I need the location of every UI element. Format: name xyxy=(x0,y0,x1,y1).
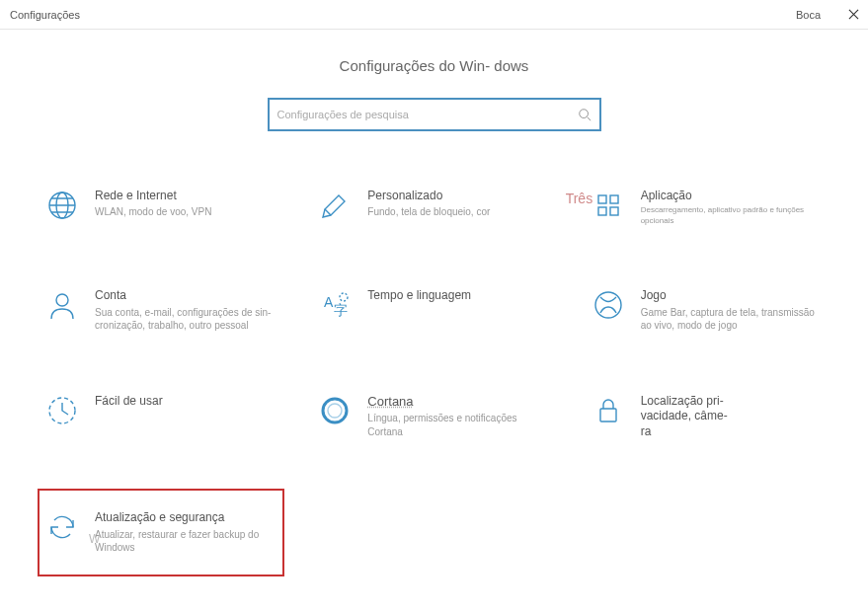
apps-icon xyxy=(592,189,625,222)
tile-title: Aplicação xyxy=(641,189,823,204)
svg-point-10 xyxy=(340,293,348,301)
tile-desc: Descarregamento, aplicativo padrão e fun… xyxy=(641,205,823,227)
svg-point-14 xyxy=(328,404,342,418)
language-icon: A字 xyxy=(318,288,352,322)
tile-update-security[interactable]: W Atualização e segurança Atualizar, res… xyxy=(39,491,282,575)
tile-apps[interactable]: Três Aplicação Descarregamento, aplicati… xyxy=(586,181,829,235)
sync-icon xyxy=(45,510,79,544)
tile-title: Conta xyxy=(95,288,276,304)
lock-icon xyxy=(592,394,625,427)
xbox-icon xyxy=(592,288,625,322)
window-title: Configurações xyxy=(10,9,796,21)
titlebar: Configurações Boca xyxy=(0,0,868,30)
search-icon xyxy=(578,108,592,121)
hero: Configurações do Win- dows xyxy=(0,57,868,76)
globe-icon xyxy=(45,189,79,222)
user-name: Boca xyxy=(796,9,821,21)
tile-desc: Língua, permissões e notificações Cortan… xyxy=(367,412,549,438)
person-icon xyxy=(45,288,79,322)
tile-time-language[interactable]: A字 Tempo e linguagem xyxy=(312,280,555,341)
tile-title: Jogo xyxy=(641,288,823,304)
close-button[interactable] xyxy=(838,0,868,30)
tile-title: Localização pri- vacidade, câme- ra xyxy=(641,394,823,440)
svg-point-13 xyxy=(323,399,347,422)
svg-point-11 xyxy=(595,292,621,318)
tile-desc: Fundo, tela de bloqueio, cor xyxy=(367,205,549,219)
svg-rect-15 xyxy=(600,409,616,421)
cortana-icon xyxy=(318,394,352,427)
tile-accounts[interactable]: Conta Sua conta, e-mail, configurações d… xyxy=(39,280,282,341)
svg-rect-5 xyxy=(598,207,606,215)
tile-title: Personalizado xyxy=(367,189,549,204)
tile-title: Tempo e linguagem xyxy=(367,288,549,304)
svg-rect-6 xyxy=(610,207,618,215)
tile-gaming[interactable]: Jogo Game Bar, captura de tela, transmis… xyxy=(586,280,829,341)
close-icon xyxy=(848,6,859,24)
tile-desc: Game Bar, captura de tela, transmissão a… xyxy=(641,306,823,333)
svg-text:A: A xyxy=(324,294,334,310)
tile-network[interactable]: Rede e Internet WLAN, modo de voo, VPN xyxy=(39,181,282,235)
svg-text:字: 字 xyxy=(334,302,348,318)
svg-point-7 xyxy=(56,294,68,306)
tile-desc: WLAN, modo de voo, VPN xyxy=(95,205,276,219)
svg-rect-4 xyxy=(610,195,618,203)
page-title: Configurações do Win- dows xyxy=(340,57,529,76)
settings-grid: Rede e Internet WLAN, modo de voo, VPN P… xyxy=(39,181,829,575)
brush-icon xyxy=(318,189,352,222)
ease-icon xyxy=(45,394,79,427)
tile-title: Atualização e segurança xyxy=(95,510,276,526)
tile-title: Cortana xyxy=(367,394,549,411)
svg-rect-3 xyxy=(598,195,606,203)
search-input[interactable] xyxy=(277,109,578,120)
tile-title: Fácil de usar xyxy=(95,394,276,410)
tile-desc: Atualizar, restaurar e fazer backup do W… xyxy=(95,528,276,555)
svg-point-0 xyxy=(579,110,588,118)
tile-ease-of-access[interactable]: Fácil de usar xyxy=(39,386,282,450)
tile-cortana[interactable]: Cortana Língua, permissões e notificaçõe… xyxy=(312,386,555,450)
tile-desc: Sua conta, e-mail, configurações de sin-… xyxy=(95,306,276,333)
watermark-text: Três xyxy=(566,191,592,206)
tile-personalization[interactable]: Personalizado Fundo, tela de bloqueio, c… xyxy=(312,181,555,235)
tile-title: Rede e Internet xyxy=(95,189,276,204)
tile-privacy[interactable]: Localização pri- vacidade, câme- ra xyxy=(586,386,829,450)
search-box[interactable] xyxy=(268,98,601,131)
